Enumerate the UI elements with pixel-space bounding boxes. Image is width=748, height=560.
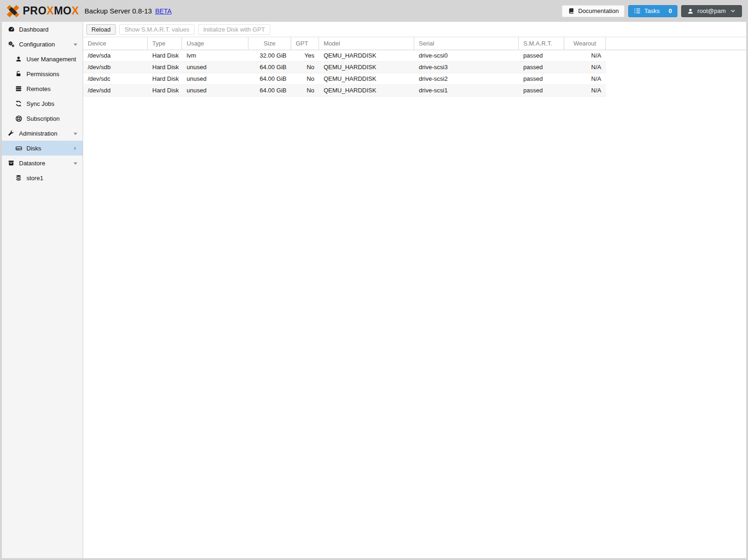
cell-gpt: No [291, 73, 319, 85]
beta-link[interactable]: BETA [155, 7, 172, 15]
sidebar-item-datastore[interactable]: Datastore [2, 156, 83, 170]
sidebar-item-label: Subscription [26, 115, 60, 122]
reload-button[interactable]: Reload [86, 24, 116, 35]
sidebar-item-dashboard[interactable]: Dashboard [2, 22, 83, 37]
archive-icon [7, 159, 15, 167]
sidebar: Dashboard Configuration User Manageme [2, 22, 83, 558]
cell-wearout: N/A [564, 62, 606, 73]
sidebar-item-label: Permissions [26, 71, 59, 78]
tasks-button[interactable]: Tasks 0 [628, 5, 677, 17]
sidebar-item-label: Disks [26, 145, 41, 152]
sidebar-item-user-management[interactable]: User Management [2, 52, 83, 66]
unlock-icon [15, 70, 22, 78]
sidebar-item-configuration[interactable]: Configuration [2, 37, 83, 52]
cell-size: 64.00 GiB [248, 62, 291, 73]
column-header-smart[interactable]: S.M.A.R.T. [519, 37, 564, 50]
column-header-filler [606, 37, 746, 50]
task-list-icon [634, 7, 641, 15]
cell-device: /dev/sdb [83, 62, 148, 73]
column-header-type[interactable]: Type [148, 37, 182, 50]
column-header-usage[interactable]: Usage [182, 37, 248, 50]
column-header-size[interactable]: Size [248, 37, 291, 50]
cell-usage: lvm [182, 50, 248, 61]
cell-wearout: N/A [564, 85, 606, 96]
user-icon [15, 55, 22, 63]
table-row[interactable]: /dev/sdb Hard Disk unused 64.00 GiB No Q… [83, 62, 606, 73]
cell-type: Hard Disk [148, 50, 182, 61]
cell-smart: passed [519, 85, 564, 96]
cell-model: QEMU_HARDDISK [319, 73, 414, 85]
collapse-arrow-icon[interactable] [72, 159, 79, 167]
collapse-arrow-icon[interactable] [72, 40, 79, 48]
sidebar-item-subscription[interactable]: Subscription [2, 111, 83, 126]
cell-type: Hard Disk [148, 62, 182, 73]
cell-model: QEMU_HARDDISK [319, 85, 414, 96]
cell-size: 64.00 GiB [248, 73, 291, 85]
cell-type: Hard Disk [148, 85, 182, 96]
cell-size: 64.00 GiB [248, 85, 291, 96]
table-row[interactable]: /dev/sdc Hard Disk unused 64.00 GiB No Q… [83, 73, 606, 85]
cell-serial: drive-scsi2 [414, 73, 519, 85]
user-menu-button[interactable]: root@pam [681, 5, 742, 17]
proxmox-logo: PROXMOX [6, 4, 79, 18]
collapse-arrow-icon[interactable] [72, 130, 79, 137]
life-ring-icon [15, 115, 22, 122]
sidebar-item-remotes[interactable]: Remotes [2, 81, 83, 96]
column-header-model[interactable]: Model [319, 37, 414, 50]
hdd-icon [15, 144, 22, 152]
cell-serial: drive-scsi0 [414, 50, 519, 61]
cell-usage: unused [182, 73, 248, 85]
tasks-count-badge: 0 [669, 7, 672, 14]
sidebar-item-label: Administration [19, 130, 57, 137]
cell-gpt: No [291, 62, 319, 73]
show-smart-values-button[interactable]: Show S.M.A.R.T. values [119, 24, 194, 35]
cell-usage: unused [182, 62, 248, 73]
sidebar-item-disks[interactable]: Disks [2, 141, 83, 156]
cell-type: Hard Disk [148, 73, 182, 85]
book-icon [567, 7, 575, 15]
sidebar-item-label: Remotes [26, 85, 51, 92]
disks-toolbar: Reload Show S.M.A.R.T. values Initialize… [83, 22, 746, 37]
chevron-down-icon [729, 7, 736, 15]
top-header-bar: PROXMOX Backup Server 0.8-13 BETA Docume… [0, 0, 748, 22]
sidebar-item-administration[interactable]: Administration [2, 126, 83, 141]
column-header-serial[interactable]: Serial [414, 37, 519, 50]
documentation-button[interactable]: Documentation [562, 5, 624, 17]
wrench-icon [7, 130, 15, 137]
sync-icon [15, 100, 22, 107]
user-icon [687, 7, 694, 15]
sidebar-item-label: store1 [26, 175, 43, 182]
gears-icon [7, 40, 15, 48]
database-icon [15, 174, 22, 182]
table-row[interactable]: /dev/sdd Hard Disk unused 64.00 GiB No Q… [83, 85, 606, 97]
cell-smart: passed [519, 50, 564, 61]
cell-device: /dev/sdd [83, 85, 148, 96]
cell-model: QEMU_HARDDISK [319, 50, 414, 61]
app-frame: Dashboard Configuration User Manageme [2, 22, 746, 558]
cell-wearout: N/A [564, 50, 606, 61]
cell-model: QEMU_HARDDISK [319, 62, 414, 73]
grid-body: /dev/sda Hard Disk lvm 32.00 GiB Yes QEM… [83, 50, 746, 97]
tasks-label: Tasks [644, 7, 660, 14]
sidebar-item-store1[interactable]: store1 [2, 170, 83, 185]
column-header-gpt[interactable]: GPT [291, 37, 319, 50]
sidebar-item-label: User Management [26, 56, 76, 63]
cell-device: /dev/sda [83, 50, 148, 61]
dashboard-icon [7, 26, 15, 33]
column-header-wearout[interactable]: Wearout [564, 37, 606, 50]
chevron-right-icon [72, 144, 79, 152]
sidebar-item-label: Configuration [19, 41, 55, 48]
column-header-device[interactable]: Device [83, 37, 148, 50]
table-row[interactable]: /dev/sda Hard Disk lvm 32.00 GiB Yes QEM… [83, 50, 606, 62]
sidebar-item-permissions[interactable]: Permissions [2, 66, 83, 81]
sidebar-item-label: Sync Jobs [26, 100, 54, 107]
cell-device: /dev/sdc [83, 73, 148, 85]
cell-usage: unused [182, 85, 248, 96]
cell-serial: drive-scsi3 [414, 62, 519, 73]
sidebar-item-sync-jobs[interactable]: Sync Jobs [2, 96, 83, 111]
sidebar-item-label: Datastore [19, 160, 45, 167]
documentation-label: Documentation [578, 7, 618, 14]
cell-gpt: Yes [291, 50, 319, 61]
header-actions: Documentation Tasks 0 root@pam [562, 5, 742, 17]
initialize-gpt-button[interactable]: Initialize Disk with GPT [198, 24, 270, 35]
